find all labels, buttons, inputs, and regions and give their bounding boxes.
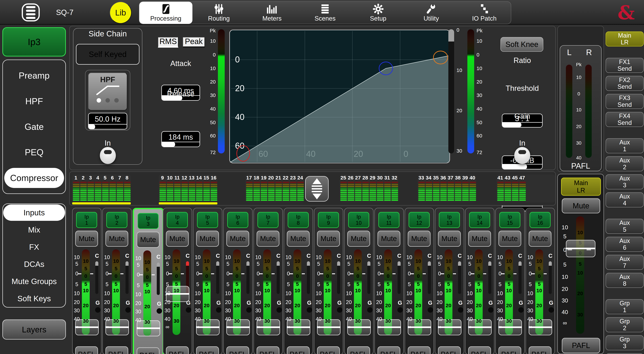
mute-button[interactable]: Mute <box>438 231 461 247</box>
mix-button-grp-4[interactable]: Grp4 <box>606 353 644 354</box>
main-fader-knob[interactable] <box>566 240 596 257</box>
channel-name-button[interactable]: Ip3 <box>138 213 158 229</box>
pafl-button[interactable]: PAFL <box>287 346 310 354</box>
tab-meters[interactable]: Meters <box>246 2 298 24</box>
pafl-button[interactable]: PAFL <box>317 346 340 354</box>
side-chain-in-toggle[interactable] <box>100 147 116 164</box>
pafl-button[interactable]: PAFL <box>378 346 400 354</box>
side-chain-mode-button[interactable]: Self Keyed <box>76 44 140 65</box>
mix-button-grp-2[interactable]: Grp2 <box>606 317 644 332</box>
mute-button[interactable]: Mute <box>196 231 219 247</box>
bank-item-mute-groups[interactable]: Mute Groups <box>3 273 65 289</box>
mix-button-fx4-send[interactable]: FX4Send <box>606 112 644 127</box>
release-value[interactable]: 184 ms <box>161 131 200 147</box>
pafl-button[interactable]: PAFL <box>256 346 279 354</box>
sidebar-item-peq[interactable]: PEQ <box>4 142 64 162</box>
mute-button[interactable]: Mute <box>347 231 370 247</box>
mute-button[interactable]: Mute <box>106 231 128 247</box>
mix-button-aux-2[interactable]: Aux2 <box>606 156 644 171</box>
pafl-button[interactable]: PAFL <box>468 346 491 354</box>
channel-name-button[interactable]: Ip1 <box>76 212 97 228</box>
tab-scenes[interactable]: Scenes <box>298 2 352 24</box>
channel-name-button[interactable]: Ip13 <box>439 212 460 228</box>
bank-scroll-button[interactable] <box>305 176 328 202</box>
bank-item-mix[interactable]: Mix <box>3 222 65 238</box>
channel-name-button[interactable]: Ip16 <box>530 212 550 228</box>
bank-item-dcas[interactable]: DCAs <box>3 256 65 272</box>
mute-button[interactable]: Mute <box>529 231 552 247</box>
mute-button[interactable]: Mute <box>287 231 310 247</box>
mix-button-fx1-send[interactable]: FX1Send <box>606 58 644 73</box>
mix-button-aux-7[interactable]: Aux7 <box>606 255 644 270</box>
bank-item-inputs[interactable]: Inputs <box>3 205 65 221</box>
channel-name-button[interactable]: Ip4 <box>167 212 188 228</box>
mix-button-aux-1[interactable]: Aux1 <box>606 138 644 153</box>
tab-rms[interactable]: RMS <box>158 37 178 48</box>
mute-button[interactable]: Mute <box>166 231 189 247</box>
tab-processing[interactable]: Processing <box>139 2 192 24</box>
tab-utility[interactable]: Utility <box>405 2 458 24</box>
main-pafl-button[interactable]: PAFL <box>562 338 600 353</box>
release-slider[interactable] <box>162 142 175 147</box>
pafl-button[interactable]: PAFL <box>226 346 249 354</box>
hpf-frequency-value[interactable]: 50.0 Hz <box>88 113 127 129</box>
pafl-button[interactable]: PAFL <box>106 346 128 354</box>
mix-button-grp-1[interactable]: Grp1 <box>606 299 644 314</box>
pafl-button[interactable]: PAFL <box>529 346 552 354</box>
channel-name-button[interactable]: Ip12 <box>408 212 430 228</box>
sidebar-item-hpf[interactable]: HPF <box>4 91 64 111</box>
channel-name-button[interactable]: Ip7 <box>258 212 278 228</box>
tab-routing[interactable]: Routing <box>192 2 246 24</box>
channel-name-button[interactable]: Ip5 <box>197 212 218 228</box>
sidebar-item-gate[interactable]: Gate <box>4 117 64 137</box>
soft-knee-button[interactable]: Soft Knee <box>500 37 543 52</box>
pafl-button[interactable]: PAFL <box>347 346 370 354</box>
channel-name-button[interactable]: Ip14 <box>469 212 490 228</box>
compressor-in-toggle[interactable] <box>514 147 530 164</box>
sidebar-item-compressor[interactable]: Compressor <box>4 168 64 188</box>
mix-button-aux-5[interactable]: Aux5 <box>606 219 644 234</box>
mix-button-fx2-send[interactable]: FX2Send <box>606 76 644 91</box>
layers-button[interactable]: Layers <box>2 319 66 339</box>
channel-name-button[interactable]: Ip15 <box>499 212 520 228</box>
channel-name-button[interactable]: Ip2 <box>106 212 127 228</box>
mute-button[interactable]: Mute <box>137 232 160 248</box>
mute-button[interactable]: Mute <box>408 231 430 247</box>
ratio-slider[interactable] <box>502 123 522 127</box>
mute-button[interactable]: Mute <box>226 231 249 247</box>
mix-button-grp-3[interactable]: Grp3 <box>606 335 644 350</box>
menu-button[interactable] <box>22 4 40 22</box>
bank-item-soft-keys[interactable]: Soft Keys <box>3 290 65 307</box>
mix-button-aux-6[interactable]: Aux6 <box>606 237 644 252</box>
bank-item-fx[interactable]: FX <box>3 239 65 255</box>
mute-button[interactable]: Mute <box>256 231 279 247</box>
main-mute-button[interactable]: Mute <box>562 198 600 213</box>
mute-button[interactable]: Mute <box>378 231 400 247</box>
mute-button[interactable]: Mute <box>468 231 491 247</box>
side-chain-filter-button[interactable]: HPF <box>88 73 127 110</box>
channel-name-button[interactable]: Ip9 <box>318 212 339 228</box>
channel-name-button[interactable]: Ip6 <box>227 212 248 228</box>
mute-button[interactable]: Mute <box>75 231 98 247</box>
tab-io-patch[interactable]: IO Patch <box>458 2 511 24</box>
mix-button-main-lr[interactable]: MainLR <box>606 32 644 46</box>
selected-channel-button[interactable]: Ip3 <box>2 27 66 57</box>
compressor-graph[interactable]: 0204060 6040200 <box>229 30 450 163</box>
tab-setup[interactable]: Setup <box>352 2 405 24</box>
mute-button[interactable]: Mute <box>498 231 521 247</box>
pafl-button[interactable]: PAFL <box>75 346 98 354</box>
pafl-button[interactable]: PAFL <box>408 346 430 354</box>
pafl-button[interactable]: PAFL <box>137 347 160 354</box>
mix-button-fx3-send[interactable]: FX3Send <box>606 94 644 109</box>
library-button[interactable]: Lib <box>110 2 132 24</box>
mix-button-aux-4[interactable]: Aux4 <box>606 192 644 207</box>
main-lr-button[interactable]: Main LR <box>561 178 601 196</box>
channel-name-button[interactable]: Ip11 <box>378 212 400 228</box>
channel-name-button[interactable]: Ip8 <box>288 212 309 228</box>
mix-button-aux-3[interactable]: Aux3 <box>606 174 644 189</box>
pafl-button[interactable]: PAFL <box>498 346 521 354</box>
threshold-slider[interactable] <box>502 164 527 169</box>
mute-button[interactable]: Mute <box>317 231 340 247</box>
pafl-button[interactable]: PAFL <box>438 346 461 354</box>
pafl-button[interactable]: PAFL <box>166 346 189 354</box>
